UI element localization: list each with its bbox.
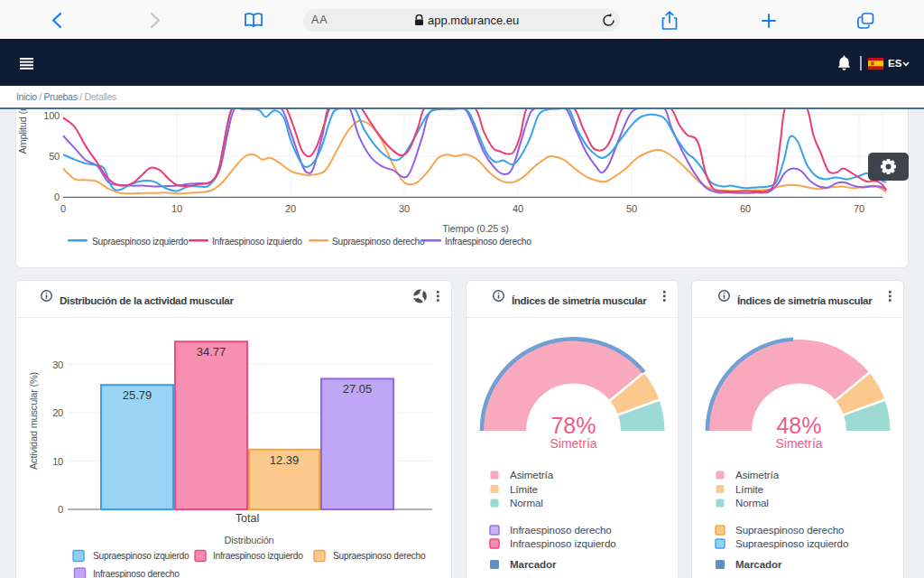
svg-text:Límite: Límite xyxy=(510,483,538,495)
svg-text:Supraespinoso izquierdo: Supraespinoso izquierdo xyxy=(735,537,848,549)
svg-text:Simetría: Simetría xyxy=(775,436,822,451)
svg-text:Total: Total xyxy=(236,512,259,525)
svg-text:Simetría: Simetría xyxy=(550,436,596,451)
svg-text:Normal: Normal xyxy=(735,497,769,508)
svg-text:Infraespinoso izquierdo: Infraespinoso izquierdo xyxy=(212,237,302,247)
svg-text:Asimetría: Asimetría xyxy=(510,469,554,480)
svg-text:34.77: 34.77 xyxy=(197,345,226,359)
svg-text:12.39: 12.39 xyxy=(270,453,300,467)
svg-text:48%: 48% xyxy=(776,413,821,438)
svg-text:Infraespinoso derecho: Infraespinoso derecho xyxy=(93,569,180,578)
svg-text:Normal: Normal xyxy=(510,497,543,508)
svg-text:Supraespinoso izquierdo: Supraespinoso izquierdo xyxy=(93,551,189,561)
svg-text:0: 0 xyxy=(60,203,66,214)
svg-text:30: 30 xyxy=(399,203,410,214)
svg-text:Marcador: Marcador xyxy=(510,558,557,570)
svg-text:Supraespinoso derecho: Supraespinoso derecho xyxy=(332,237,425,247)
svg-text:Tiempo (0.25 s): Tiempo (0.25 s) xyxy=(442,223,509,234)
svg-text:100: 100 xyxy=(43,110,60,121)
svg-text:0: 0 xyxy=(58,504,63,515)
svg-text:Infraespinoso derecho: Infraespinoso derecho xyxy=(510,524,612,536)
svg-text:30: 30 xyxy=(52,359,63,370)
svg-text:Amplitud (mV): Amplitud (mV) xyxy=(17,109,28,154)
svg-text:50: 50 xyxy=(49,151,60,162)
svg-text:10: 10 xyxy=(171,203,182,214)
svg-text:Distribución: Distribución xyxy=(224,535,273,545)
svg-text:Supraespinoso izquierdo: Supraespinoso izquierdo xyxy=(92,237,189,247)
svg-text:0: 0 xyxy=(54,191,60,202)
svg-text:20: 20 xyxy=(285,203,296,214)
svg-text:Infraespinoso derecho: Infraespinoso derecho xyxy=(445,237,531,247)
svg-text:70: 70 xyxy=(854,203,864,214)
svg-text:Infraespinoso izquierdo: Infraespinoso izquierdo xyxy=(213,551,303,561)
svg-text:10: 10 xyxy=(52,456,63,467)
svg-text:Actividad muscular (%): Actividad muscular (%) xyxy=(28,372,39,470)
svg-text:Infraespinoso izquierdo: Infraespinoso izquierdo xyxy=(510,537,616,549)
svg-text:Marcador: Marcador xyxy=(735,558,782,570)
svg-text:Asimetría: Asimetría xyxy=(735,469,780,480)
svg-text:20: 20 xyxy=(52,407,63,418)
svg-text:50: 50 xyxy=(626,203,637,214)
svg-text:78%: 78% xyxy=(550,413,596,438)
svg-text:Supraespinoso derecho: Supraespinoso derecho xyxy=(735,524,844,536)
svg-text:Límite: Límite xyxy=(735,483,763,495)
svg-text:40: 40 xyxy=(513,203,523,214)
svg-text:27.05: 27.05 xyxy=(343,382,373,396)
svg-text:25.79: 25.79 xyxy=(123,388,152,402)
svg-text:60: 60 xyxy=(740,203,751,214)
svg-text:Supraespinoso derecho: Supraespinoso derecho xyxy=(333,551,426,561)
